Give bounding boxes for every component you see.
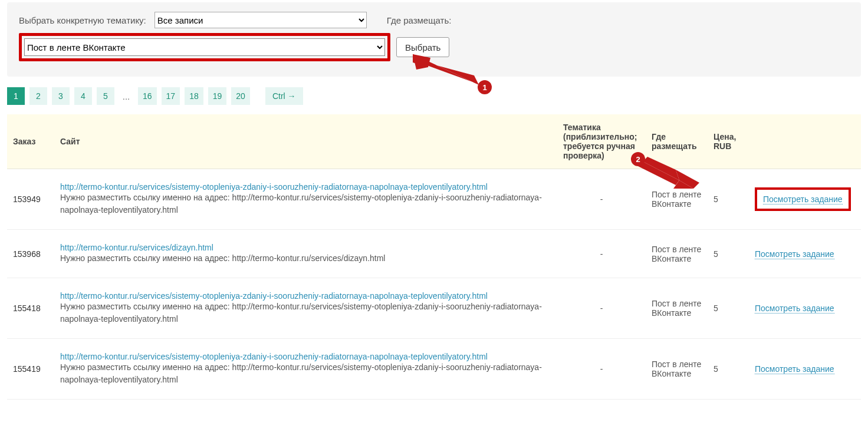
table-row: 155419http://termo-kontur.ru/services/si…	[7, 339, 861, 400]
table-row: 153949http://termo-kontur.ru/services/si…	[7, 169, 861, 230]
cell-action: Посмотреть задание	[749, 278, 861, 339]
view-task-link[interactable]: Посмотреть задание	[763, 194, 843, 204]
site-note: Нужно разместить ссылку именно на адрес:…	[60, 192, 551, 216]
cell-place: Пост в ленте ВКонтакте	[646, 230, 708, 278]
tasks-table: Заказ Сайт Тематика (приблизительно; тре…	[7, 114, 861, 400]
cell-action: Посмотреть задание	[749, 169, 861, 230]
cell-order: 153949	[7, 169, 54, 230]
cell-thema: -	[557, 169, 646, 230]
th-price: Цена, RUB	[708, 114, 749, 169]
page-3[interactable]: 3	[52, 87, 70, 105]
th-place: Где размещать	[646, 114, 708, 169]
cell-price: 5	[708, 278, 749, 339]
where-label: Где размещать:	[387, 15, 452, 25]
cell-site: http://termo-kontur.ru/services/dizayn.h…	[54, 230, 557, 278]
site-link[interactable]: http://termo-kontur.ru/services/dizayn.h…	[60, 243, 213, 252]
page-next-ctrl[interactable]: Ctrl →	[265, 87, 303, 105]
site-link[interactable]: http://termo-kontur.ru/services/sistemy-…	[60, 182, 488, 192]
cell-site: http://termo-kontur.ru/services/sistemy-…	[54, 339, 557, 400]
topic-select[interactable]: Все записи	[154, 12, 367, 28]
site-link[interactable]: http://termo-kontur.ru/services/sistemy-…	[60, 291, 488, 301]
page-5[interactable]: 5	[97, 87, 114, 105]
page-19[interactable]: 19	[208, 87, 227, 105]
cell-order: 155419	[7, 339, 54, 400]
page-1[interactable]: 1	[7, 87, 25, 105]
callout-badge-1: 1	[478, 80, 492, 94]
site-link[interactable]: http://termo-kontur.ru/services/sistemy-…	[60, 352, 488, 361]
view-task-link[interactable]: Посмотреть задание	[755, 364, 834, 374]
place-select[interactable]: Пост в ленте ВКонтакте	[24, 38, 385, 56]
site-note: Нужно разместить ссылку именно на адрес:…	[60, 361, 551, 386]
page-ellipsis: ...	[119, 87, 133, 105]
place-select-highlight: Пост в ленте ВКонтакте	[19, 33, 390, 61]
cell-action: Посмотреть задание	[749, 339, 861, 400]
cell-thema: -	[557, 339, 646, 400]
cell-order: 155418	[7, 278, 54, 339]
table-row: 155418http://termo-kontur.ru/services/si…	[7, 278, 861, 339]
cell-place: Пост в ленте ВКонтакте	[646, 169, 708, 230]
page-2[interactable]: 2	[29, 87, 47, 105]
page-20[interactable]: 20	[231, 87, 250, 105]
view-task-link[interactable]: Посмотреть задание	[755, 304, 834, 314]
cell-price: 5	[708, 169, 749, 230]
th-site: Сайт	[54, 114, 557, 169]
view-task-highlight: Посмотреть задание	[755, 187, 851, 211]
th-order: Заказ	[7, 114, 54, 169]
pagination: 12345...1617181920Ctrl →	[7, 87, 861, 105]
cell-place: Пост в ленте ВКонтакте	[646, 278, 708, 339]
th-action	[749, 114, 861, 169]
page-18[interactable]: 18	[185, 87, 203, 105]
cell-thema: -	[557, 230, 646, 278]
site-note: Нужно разместить ссылку именно на адрес:…	[60, 301, 551, 325]
select-button[interactable]: Выбрать	[396, 37, 449, 57]
cell-action: Посмотреть задание	[749, 230, 861, 278]
page-4[interactable]: 4	[74, 87, 92, 105]
site-note: Нужно разместить ссылку именно на адрес:…	[60, 252, 551, 265]
cell-site: http://termo-kontur.ru/services/sistemy-…	[54, 169, 557, 230]
view-task-link[interactable]: Посмотреть задание	[755, 249, 834, 259]
page-17[interactable]: 17	[162, 87, 180, 105]
cell-thema: -	[557, 278, 646, 339]
callout-badge-2: 2	[631, 152, 645, 166]
cell-price: 5	[708, 230, 749, 278]
filter-panel: Выбрать конкретную тематику: Все записи …	[7, 2, 861, 77]
cell-price: 5	[708, 339, 749, 400]
table-row: 153968http://termo-kontur.ru/services/di…	[7, 230, 861, 278]
cell-place: Пост в ленте ВКонтакте	[646, 339, 708, 400]
topic-label: Выбрать конкретную тематику:	[19, 15, 146, 25]
cell-site: http://termo-kontur.ru/services/sistemy-…	[54, 278, 557, 339]
page-16[interactable]: 16	[138, 87, 157, 105]
cell-order: 153968	[7, 230, 54, 278]
